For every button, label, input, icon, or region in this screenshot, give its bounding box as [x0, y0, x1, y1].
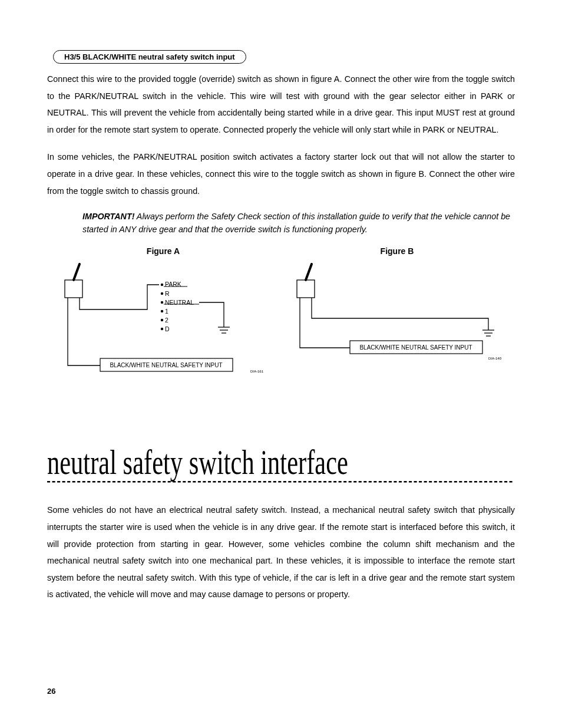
gear-1-label: 1	[165, 308, 168, 315]
gear-neutral-label: NEUTRAL	[165, 299, 194, 306]
svg-point-9	[161, 301, 163, 304]
section-title: neutral safety switch interface	[47, 444, 513, 483]
important-label: IMPORTANT!	[82, 212, 134, 221]
svg-rect-14	[297, 280, 315, 298]
svg-line-15	[306, 264, 312, 280]
paragraph-3: Some vehicles do not have an electrical …	[47, 502, 515, 603]
gear-park-label: PARK	[165, 281, 181, 288]
figure-b-diagram: BLACK/WHITE NEUTRAL SAFETY INPUT DIA-140	[279, 259, 515, 377]
gear-2-label: 2	[165, 317, 168, 324]
svg-line-1	[74, 264, 80, 280]
svg-point-11	[161, 319, 163, 321]
gear-r-label: R	[165, 290, 170, 297]
gear-d-label: D	[165, 325, 170, 332]
figure-b-column: Figure B BLACK/WHITE NEUTRAL SAFETY INPU…	[279, 246, 515, 380]
important-text: Always perform the Safety Check section …	[82, 212, 510, 234]
important-note: IMPORTANT! Always perform the Safety Che…	[82, 210, 515, 236]
svg-point-10	[161, 310, 163, 312]
figure-a-box-label: BLACK/WHITE NEUTRAL SAFETY INPUT	[110, 362, 222, 368]
figure-a-title: Figure A	[47, 246, 279, 256]
page-number: 26	[47, 687, 55, 696]
figures-row: Figure A PARK	[47, 246, 515, 380]
figure-b-box-label: BLACK/WHITE NEUTRAL SAFETY INPUT	[359, 344, 472, 351]
paragraph-2: In some vehicles, the PARK/NEUTRAL posit…	[47, 149, 515, 199]
figure-b-dia-code: DIA-140	[488, 357, 502, 360]
figure-a-column: Figure A PARK	[47, 246, 279, 380]
figure-a-dia-code: DIA-161	[250, 370, 264, 373]
paragraph-1: Connect this wire to the provided toggle…	[47, 71, 515, 138]
figure-b-title: Figure B	[279, 246, 515, 256]
svg-point-7	[161, 284, 163, 286]
svg-rect-0	[65, 280, 82, 298]
wire-badge: H3/5 BLACK/WHITE neutral safety switch i…	[53, 50, 246, 64]
figure-a-diagram: PARK R NEUTRAL 1 2 D BLACK/WHITE NEUTRAL…	[47, 259, 271, 377]
svg-point-12	[161, 328, 163, 330]
svg-point-8	[161, 292, 163, 295]
